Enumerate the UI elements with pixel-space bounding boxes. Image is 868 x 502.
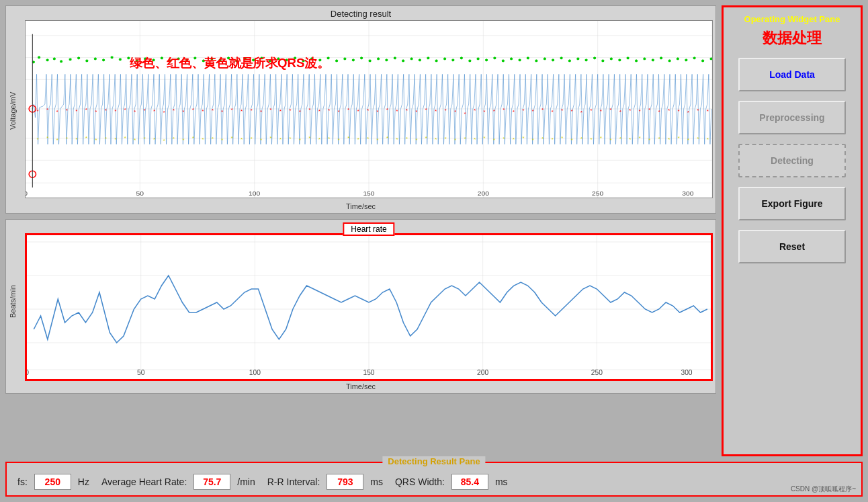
top-chart-container: Detecting result Voltage/mV bbox=[5, 5, 716, 214]
heart-chart-y-label: Beats/min bbox=[9, 222, 22, 381]
heart-rate-label: Heart rate bbox=[343, 222, 394, 236]
svg-text:250: 250 bbox=[591, 369, 603, 376]
heart-chart-container: Beats/min Heart rate bbox=[5, 219, 716, 394]
reset-button[interactable]: Reset bbox=[738, 230, 846, 263]
svg-text:0: 0 bbox=[27, 369, 29, 376]
top-chart-title: Detecting result bbox=[9, 9, 713, 19]
right-panel: Operating Widget Pane 数据处理 Load Data Pre… bbox=[722, 5, 863, 456]
svg-text:150: 150 bbox=[363, 369, 375, 376]
panel-title: Operating Widget Pane bbox=[744, 14, 840, 24]
top-chart-y-label: Voltage/mV bbox=[9, 20, 22, 201]
svg-text:50: 50 bbox=[136, 190, 144, 197]
qrs-width-value: 85.4 bbox=[451, 474, 488, 490]
preprocessing-button[interactable]: Preprocessing bbox=[738, 101, 846, 134]
heart-chart-svg-wrapper: 100 90 80 70 60 0 50 100 150 200 250 bbox=[25, 233, 713, 381]
fs-unit: Hz bbox=[78, 476, 89, 487]
svg-text:*: * bbox=[710, 56, 713, 62]
svg-text:200: 200 bbox=[478, 190, 490, 197]
bottom-pane-title: Detecting Result Pane bbox=[382, 456, 485, 466]
top-chart-svg: 0.6 0.4 0.2 0 -0.2 -0.4 -0.6 0 50 100 15… bbox=[25, 20, 713, 198]
svg-text:0: 0 bbox=[25, 190, 28, 197]
credits: CSDN @顶呱呱程序~ bbox=[791, 485, 856, 494]
fs-label: fs: bbox=[17, 476, 28, 487]
avg-hr-label: Average Heart Rate: bbox=[101, 476, 187, 487]
rr-interval-value: 793 bbox=[327, 474, 363, 490]
export-figure-button[interactable]: Export Figure bbox=[738, 187, 846, 220]
bottom-pane-content: fs: 250 Hz Average Heart Rate: 75.7 /min… bbox=[17, 474, 851, 490]
svg-text:200: 200 bbox=[477, 369, 489, 376]
svg-text:100: 100 bbox=[249, 190, 261, 197]
load-data-button[interactable]: Load Data bbox=[738, 58, 846, 91]
avg-hr-value: 75.7 bbox=[193, 474, 230, 490]
bottom-pane: Detecting Result Pane fs: 250 Hz Average… bbox=[5, 462, 863, 497]
svg-text:50: 50 bbox=[137, 369, 145, 376]
charts-area: Detecting result Voltage/mV bbox=[5, 5, 716, 456]
qrs-width-unit: ms bbox=[495, 476, 508, 487]
heart-chart-svg: 100 90 80 70 60 0 50 100 150 200 250 bbox=[27, 235, 711, 376]
panel-subtitle: 数据处理 bbox=[763, 28, 822, 48]
avg-hr-unit: /min bbox=[237, 476, 255, 487]
svg-text:300: 300 bbox=[681, 369, 693, 376]
svg-text:250: 250 bbox=[592, 190, 604, 197]
top-chart-x-label: Time/sec bbox=[9, 202, 713, 210]
svg-text:绿色、红色、黄色就是所求QRS波。: 绿色、红色、黄色就是所求QRS波。 bbox=[130, 57, 329, 71]
qrs-width-label: QRS Width: bbox=[395, 476, 445, 487]
svg-text:300: 300 bbox=[682, 190, 694, 197]
detecting-button[interactable]: Detecting bbox=[738, 144, 846, 177]
svg-text:100: 100 bbox=[249, 369, 261, 376]
heart-chart-x-label: Time/sec bbox=[9, 382, 713, 390]
fs-value: 250 bbox=[34, 474, 71, 490]
rr-interval-unit: ms bbox=[370, 476, 383, 487]
svg-text:150: 150 bbox=[363, 190, 375, 197]
rr-interval-label: R-R Interval: bbox=[267, 476, 320, 487]
